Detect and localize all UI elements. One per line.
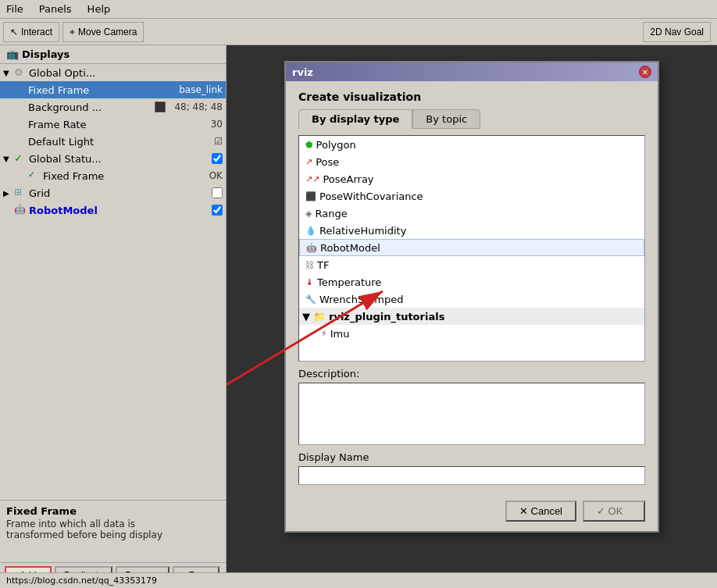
pose-array-icon: ↗↗ — [305, 174, 319, 184]
tree-item-global-status[interactable]: ▼ ✓ Global Statu... — [0, 150, 226, 167]
global-status-checkbox[interactable] — [212, 153, 223, 164]
menu-file[interactable]: File — [3, 2, 27, 16]
robot-model-list-label: RobotModel — [320, 242, 380, 254]
tab-by-topic[interactable]: By topic — [412, 109, 480, 129]
background-value: 48; 48; 48 — [174, 102, 223, 112]
list-item-robot-model[interactable]: 🤖 RobotModel — [299, 239, 644, 256]
list-item-pose[interactable]: ↗ Pose — [299, 153, 644, 170]
expand-arrow-grid: ▶ — [3, 189, 14, 198]
interact-button[interactable]: ↖ Interact — [3, 22, 59, 42]
grid-label: Grid — [29, 187, 209, 199]
frame-rate-label: Frame Rate — [28, 119, 205, 130]
polygon-label: Polygon — [316, 139, 356, 151]
display-name-input[interactable] — [298, 466, 645, 485]
cancel-button[interactable]: ✕ Cancel — [505, 501, 576, 522]
list-item-polygon[interactable]: ⬟ Polygon — [299, 136, 644, 153]
group-expand-arrow: ▼ — [302, 311, 310, 323]
pose-label: Pose — [316, 156, 339, 168]
default-light-value: ☑ — [214, 136, 223, 147]
move-camera-label: Move Camera — [78, 27, 137, 37]
range-label: Range — [315, 208, 347, 219]
camera-icon: ⌖ — [70, 27, 75, 37]
interact-label: Interact — [21, 27, 52, 37]
status-bar: https://blog.csdn.net/qq_43353179 — [0, 572, 717, 588]
range-icon: ◈ — [305, 208, 312, 219]
imu-icon: ⚡ — [321, 329, 327, 339]
expand-arrow-global: ▼ — [3, 69, 14, 77]
robot-model-checkbox[interactable] — [212, 205, 223, 216]
temperature-label: Temperature — [317, 276, 381, 288]
left-panel: 📺 Displays ▼ ⚙ Global Opti... Fixed Fram… — [0, 45, 227, 588]
list-item-range[interactable]: ◈ Range — [299, 205, 644, 222]
pose-cov-label: PoseWithCovariance — [319, 191, 423, 202]
dialog-title: rviz — [292, 66, 313, 78]
global-options-label: Global Opti... — [29, 67, 223, 79]
menu-help[interactable]: Help — [84, 2, 114, 16]
expand-arrow-status: ▼ — [3, 155, 14, 163]
tf-label: TF — [317, 259, 329, 271]
tree-item-robot-model[interactable]: ▶ 🤖 RobotModel — [0, 201, 226, 219]
list-item-imu[interactable]: ⚡ Imu — [299, 325, 644, 342]
interact-icon: ↖ — [10, 27, 18, 37]
check-icon: ✓ — [14, 152, 27, 165]
dialog-buttons: ✕ Cancel ✓ OK — [286, 494, 658, 531]
list-item-relative-humidity[interactable]: 💧 RelativeHumidity — [299, 222, 644, 239]
tree-item-global-options[interactable]: ▼ ⚙ Global Opti... — [0, 64, 226, 81]
folder-icon: 📁 — [313, 311, 326, 323]
dialog-overlay: rviz ✕ Create visualization By display t… — [227, 45, 717, 588]
list-item-pose-array[interactable]: ↗↗ PoseArray — [299, 170, 644, 187]
list-item-tf[interactable]: ⛓ TF — [299, 256, 644, 273]
menubar: File Panels Help — [0, 0, 717, 19]
bottom-info-title: Fixed Frame — [6, 505, 219, 517]
imu-label: Imu — [330, 328, 350, 340]
dialog-close-button[interactable]: ✕ — [639, 66, 651, 78]
background-color-swatch — [155, 102, 166, 112]
display-name-section: Display Name — [298, 451, 645, 485]
move-camera-button[interactable]: ⌖ Move Camera — [62, 22, 144, 42]
tree-item-fixed-frame-status[interactable]: ✓ Fixed Frame OK — [0, 167, 226, 184]
list-item-wrench-stamped[interactable]: 🔧 WrenchStamped — [299, 290, 644, 308]
list-item-temperature[interactable]: 🌡 Temperature — [299, 273, 644, 290]
tree-item-frame-rate[interactable]: Frame Rate 30 — [0, 116, 226, 133]
menu-panels[interactable]: Panels — [36, 2, 75, 16]
description-label: Description: — [298, 368, 645, 380]
fixed-frame-value: base_link — [179, 84, 223, 95]
wrench-icon: 🔧 — [305, 294, 316, 305]
tree-item-fixed-frame[interactable]: Fixed Frame base_link — [0, 81, 226, 98]
frame-rate-value: 30 — [211, 119, 223, 130]
tree-item-default-light[interactable]: Default Light ☑ — [0, 133, 226, 150]
right-area: rviz ✕ Create visualization By display t… — [227, 45, 717, 588]
grid-checkbox[interactable] — [212, 187, 223, 198]
dialog-body: Create visualization By display type By … — [286, 81, 658, 494]
tab-bar: By display type By topic — [298, 109, 645, 129]
tab-by-display-type[interactable]: By display type — [298, 109, 412, 129]
nav-goal-button[interactable]: 2D Nav Goal — [643, 22, 711, 42]
fixed-frame-status-value: OK — [209, 170, 223, 181]
robot-model-label: RobotModel — [29, 205, 209, 216]
background-label: Background ... — [28, 102, 155, 113]
bottom-info: Fixed Frame Frame into which all data is… — [0, 500, 226, 562]
visualization-list[interactable]: ⬟ Polygon ↗ Pose ↗↗ PoseArray ⬛ — [298, 135, 645, 362]
tree-item-background[interactable]: Background ... 48; 48; 48 — [0, 98, 226, 116]
wrench-label: WrenchStamped — [319, 294, 403, 305]
polygon-icon: ⬟ — [305, 140, 313, 150]
list-item-pose-with-cov[interactable]: ⬛ PoseWithCovariance — [299, 187, 644, 205]
check-small-icon: ✓ — [28, 169, 41, 182]
description-section: Description: — [298, 368, 645, 445]
fixed-frame-label: Fixed Frame — [28, 84, 173, 96]
default-light-label: Default Light — [28, 136, 208, 148]
display-name-label: Display Name — [298, 451, 645, 463]
bottom-info-desc: Frame into which all data istransformed … — [6, 519, 219, 540]
group-label: rviz_plugin_tutorials — [329, 311, 444, 323]
pose-icon: ↗ — [305, 157, 312, 167]
displays-title: Displays — [22, 48, 70, 60]
displays-icon: 📺 — [6, 48, 19, 60]
temperature-icon: 🌡 — [305, 277, 314, 287]
tree-item-grid[interactable]: ▶ ⊞ Grid — [0, 184, 226, 201]
list-group-rviz-tutorials[interactable]: ▼ 📁 rviz_plugin_tutorials — [299, 308, 644, 325]
humidity-icon: 💧 — [305, 226, 316, 236]
ok-button[interactable]: ✓ OK — [583, 501, 645, 522]
status-url: https://blog.csdn.net/qq_43353179 — [6, 576, 157, 586]
tf-icon: ⛓ — [305, 260, 314, 270]
pose-array-label: PoseArray — [323, 173, 373, 185]
